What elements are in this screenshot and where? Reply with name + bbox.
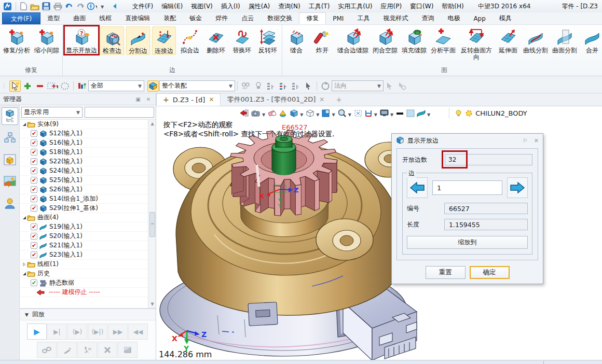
bg-color-icon[interactable] (406, 108, 415, 118)
tree-item-历史[interactable]: 历史 (20, 269, 156, 278)
tree-item-S20(输入1)[interactable]: ✔S20(输入1) (20, 232, 156, 241)
ribbon-button-修复/分析[interactable]: 修复/分析 (2, 26, 31, 54)
dropdown-arrow-icon[interactable]: ▼ (98, 2, 108, 11)
redo-icon[interactable] (75, 2, 86, 11)
assembly-manager-tab[interactable] (2, 129, 18, 147)
tree-item-S22(输入1)[interactable]: ✔S22(输入1) (20, 157, 156, 166)
tree-item-S19(输入1)[interactable]: ✔S19(输入1) (20, 222, 156, 232)
visibility-checkbox[interactable]: ✔ (31, 205, 37, 212)
filter-icon[interactable] (76, 80, 88, 92)
filter-all-combo[interactable]: 全部▼ (88, 80, 144, 91)
visibility-checkbox[interactable]: ✔ (31, 279, 37, 286)
ribbon-button-检查边[interactable]: 检查边 (100, 26, 124, 55)
ribbon-tab-视觉样式[interactable]: 视觉样式 (376, 12, 415, 24)
remove-red-icon[interactable] (34, 80, 46, 92)
list-pick2-icon[interactable] (290, 80, 302, 92)
frame-expand-icon[interactable] (353, 108, 363, 118)
view-orient-icon[interactable]: ▼ (87, 2, 97, 11)
marquee-icon[interactable]: ▼ (47, 80, 58, 92)
tree-manager-tab[interactable] (2, 107, 18, 125)
step-paren-button[interactable]: (▶) (67, 324, 87, 340)
menu-帮助(H)[interactable]: 帮助(H) (437, 1, 468, 12)
undo-icon[interactable] (64, 2, 74, 11)
app-logo-icon[interactable] (2, 2, 12, 11)
zoom-lens-icon[interactable] (337, 108, 347, 118)
open-file-icon[interactable] (30, 2, 40, 11)
tree-item-S14(组合1_添加)[interactable]: ✔S14(组合1_添加) (20, 194, 156, 204)
visibility-checkbox[interactable]: ✔ (31, 251, 37, 258)
ribbon-tab-造型[interactable]: 造型 (40, 12, 66, 24)
menu-工具(T)[interactable]: 工具(T) (305, 1, 334, 12)
pencil-button[interactable] (57, 342, 77, 358)
ribbon-button-缝合[interactable]: 缝合 (284, 26, 308, 54)
prev-edge-button[interactable] (407, 177, 428, 198)
ribbon-tab-线框[interactable]: 线框 (92, 12, 118, 24)
ribbon-tab-模具[interactable]: 模具 (492, 12, 518, 24)
ribbon-button-缝合边缝隙[interactable]: 缝合边缝隙 (336, 26, 370, 54)
save-icon[interactable] (41, 2, 51, 11)
lasso-icon[interactable] (59, 80, 71, 92)
collapsed-arrow-icon[interactable] (22, 262, 27, 267)
expanded-arrow-icon[interactable] (22, 216, 27, 220)
visibility-checkbox[interactable]: ✔ (31, 139, 37, 146)
ring-icon[interactable] (464, 108, 473, 118)
eraser-icon[interactable] (267, 108, 277, 118)
edge-index-field[interactable]: 1 (432, 180, 502, 195)
delete-x-button[interactable] (98, 342, 117, 358)
ribbon-tab-PMI[interactable]: PMI (326, 12, 350, 24)
ribbon-button-缩小间隙[interactable]: 缩小间隙 (33, 26, 60, 54)
dialog-titlebar[interactable]: 显示开放边 ⚐ ✕ (392, 134, 543, 147)
ribbon-button-炸开[interactable]: 炸开 (310, 26, 334, 54)
visibility-checkbox[interactable]: ✔ (31, 242, 37, 249)
tree-item-S24(输入1)[interactable]: ✔S24(输入1) (20, 166, 156, 176)
step-end-button[interactable]: ▶| (47, 324, 67, 340)
ribbon-button-合并[interactable]: 合并 (580, 26, 602, 54)
tree-item-实体(9)[interactable]: 实体(9) (20, 120, 156, 129)
section-view-icon[interactable] (278, 108, 288, 118)
user-manager-tab[interactable] (2, 194, 18, 212)
solid-box-tab[interactable] (2, 151, 18, 169)
ribbon-tab-App[interactable]: App (467, 12, 492, 24)
base-clip-tab[interactable] (248, 302, 278, 326)
menu-属性(A)[interactable]: 属性(A) (244, 1, 275, 12)
file-menu-button[interactable]: 文件(F) (2, 12, 40, 24)
print-icon[interactable] (52, 2, 63, 11)
scope-combo[interactable]: 整个装配▼ (159, 80, 235, 91)
menu-编辑(E)[interactable]: 编辑(E) (157, 1, 187, 12)
rewind-button[interactable]: ◀◀ (128, 324, 148, 340)
ribbon-tab-钣金[interactable]: 钣金 (183, 12, 209, 24)
visibility-checkbox[interactable]: ✔ (31, 130, 37, 137)
exit-icon[interactable] (239, 108, 250, 118)
collapse-left-icon[interactable] (110, 2, 120, 11)
ribbon-button-延伸面[interactable]: 延伸面 (496, 26, 520, 54)
visibility-checkbox[interactable]: ✔ (31, 149, 37, 156)
tree-item-S18(输入1)[interactable]: ✔S18(输入1) (20, 148, 156, 157)
scroll-thumb[interactable] (149, 212, 155, 237)
menu-窗口(W)[interactable]: 窗口(W) (406, 1, 437, 12)
tree-scrollbar[interactable]: ▲ ▼ (148, 120, 156, 308)
tree-filter-input[interactable] (85, 107, 154, 118)
visual-manager-tab[interactable] (2, 173, 18, 190)
step-paren-pause-button[interactable]: (▶|) (88, 324, 107, 340)
ribbon-button-反转环[interactable]: 反转环 (256, 26, 280, 54)
menu-实用工具(U)[interactable]: 实用工具(U) (334, 1, 376, 12)
link-sel-icon[interactable] (253, 80, 264, 92)
list-pick-icon[interactable] (265, 80, 277, 92)
add-green-icon[interactable] (22, 80, 33, 92)
tab-close-icon[interactable]: ✕ (209, 96, 214, 103)
ok-button[interactable]: 确定 (470, 266, 510, 279)
tree-item-S29(拉伸1_基体)[interactable]: ✔S29(拉伸1_基体) (20, 204, 156, 213)
menu-应用(P)[interactable]: 应用(P) (376, 1, 406, 12)
ribbon-tab-查询[interactable]: 查询 (415, 12, 441, 24)
ribbon-button-删除环[interactable]: 删除环 (204, 26, 228, 54)
ribbon-tab-直接编辑[interactable]: 直接编辑 (118, 12, 157, 24)
ribbon-tab-工具[interactable]: 工具 (350, 12, 376, 24)
expanded-arrow-icon[interactable] (22, 272, 27, 276)
monitor-icon[interactable] (379, 108, 389, 118)
ribbon-tab-数据交换[interactable]: 数据交换 (261, 12, 299, 24)
ribbon-button-显示开放边[interactable]: ?显示开放边 (65, 26, 98, 54)
menu-插入(I)[interactable]: 插入(I) (217, 1, 244, 12)
ribbon-button-替换环[interactable]: 替换环 (230, 26, 254, 54)
render-mode-icon[interactable] (251, 108, 261, 118)
bulb-icon[interactable] (455, 108, 462, 118)
